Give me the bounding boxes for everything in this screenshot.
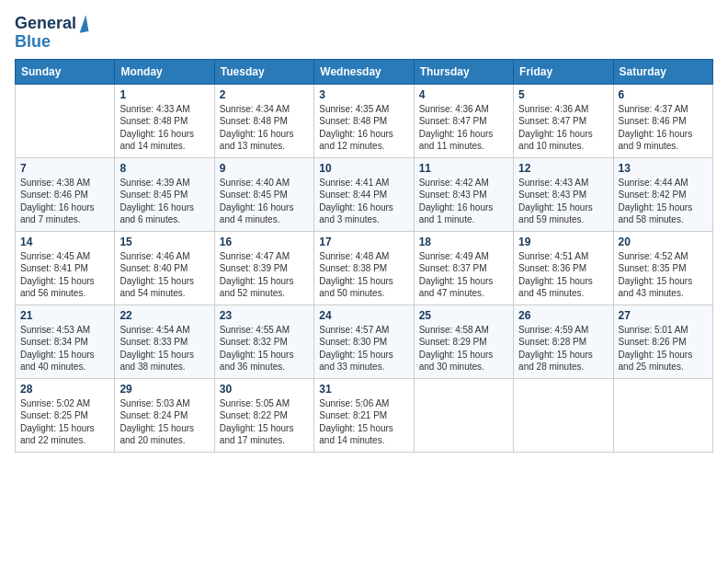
logo-text-blue: Blue (15, 33, 51, 52)
cell-content: Sunrise: 4:46 AM Sunset: 8:40 PM Dayligh… (119, 250, 209, 300)
cell-content: Sunrise: 5:02 AM Sunset: 8:25 PM Dayligh… (20, 397, 109, 447)
cell-content: Sunrise: 4:53 AM Sunset: 8:34 PM Dayligh… (20, 324, 109, 373)
week-row-2: 7Sunrise: 4:38 AM Sunset: 8:46 PM Daylig… (16, 157, 713, 231)
calendar-body: 1Sunrise: 4:33 AM Sunset: 8:48 PM Daylig… (16, 84, 713, 452)
logo-text-general: General (15, 15, 76, 33)
calendar-cell: 5Sunrise: 4:36 AM Sunset: 8:47 PM Daylig… (514, 84, 613, 157)
cell-content: Sunrise: 4:42 AM Sunset: 8:43 PM Dayligh… (419, 177, 508, 226)
cell-content: Sunrise: 5:06 AM Sunset: 8:21 PM Dayligh… (319, 397, 408, 447)
day-number: 23 (220, 309, 309, 322)
day-number: 7 (20, 162, 109, 175)
calendar-cell: 27Sunrise: 5:01 AM Sunset: 8:26 PM Dayli… (613, 304, 712, 378)
cell-content: Sunrise: 4:58 AM Sunset: 8:29 PM Dayligh… (419, 324, 508, 373)
cell-content: Sunrise: 4:57 AM Sunset: 8:30 PM Dayligh… (319, 324, 408, 373)
day-number: 21 (20, 309, 109, 322)
header-cell-friday: Friday (514, 59, 613, 84)
calendar-cell: 23Sunrise: 4:55 AM Sunset: 8:32 PM Dayli… (214, 304, 313, 378)
day-number: 27 (619, 309, 708, 322)
day-number: 29 (119, 383, 209, 396)
calendar-cell: 16Sunrise: 4:47 AM Sunset: 8:39 PM Dayli… (214, 231, 313, 304)
page-header: General Blue (15, 15, 713, 52)
calendar-header: SundayMondayTuesdayWednesdayThursdayFrid… (16, 59, 713, 84)
calendar-cell: 17Sunrise: 4:48 AM Sunset: 8:38 PM Dayli… (314, 231, 414, 304)
day-number: 25 (419, 309, 508, 322)
calendar-cell (16, 84, 115, 157)
day-number: 2 (220, 88, 309, 101)
cell-content: Sunrise: 4:34 AM Sunset: 8:48 PM Dayligh… (220, 103, 309, 153)
calendar-cell: 28Sunrise: 5:02 AM Sunset: 8:25 PM Dayli… (16, 378, 115, 452)
calendar-cell: 15Sunrise: 4:46 AM Sunset: 8:40 PM Dayli… (115, 231, 214, 304)
cell-content: Sunrise: 4:37 AM Sunset: 8:46 PM Dayligh… (619, 103, 708, 153)
calendar-cell: 20Sunrise: 4:52 AM Sunset: 8:35 PM Dayli… (613, 231, 712, 304)
calendar-cell: 30Sunrise: 5:05 AM Sunset: 8:22 PM Dayli… (214, 378, 313, 452)
calendar-cell: 21Sunrise: 4:53 AM Sunset: 8:34 PM Dayli… (16, 304, 115, 378)
calendar-cell: 11Sunrise: 4:42 AM Sunset: 8:43 PM Dayli… (414, 157, 513, 231)
calendar-cell: 26Sunrise: 4:59 AM Sunset: 8:28 PM Dayli… (514, 304, 613, 378)
week-row-5: 28Sunrise: 5:02 AM Sunset: 8:25 PM Dayli… (16, 378, 713, 452)
day-number: 4 (419, 88, 508, 101)
cell-content: Sunrise: 4:47 AM Sunset: 8:39 PM Dayligh… (220, 250, 309, 300)
header-cell-wednesday: Wednesday (314, 59, 414, 84)
day-number: 5 (518, 88, 608, 101)
day-number: 10 (319, 162, 408, 175)
cell-content: Sunrise: 4:36 AM Sunset: 8:47 PM Dayligh… (518, 103, 608, 153)
calendar-cell: 14Sunrise: 4:45 AM Sunset: 8:41 PM Dayli… (16, 231, 115, 304)
day-number: 11 (419, 162, 508, 175)
day-number: 30 (220, 383, 309, 396)
header-cell-thursday: Thursday (414, 59, 513, 84)
day-number: 3 (319, 88, 408, 101)
day-number: 8 (119, 162, 209, 175)
calendar-cell: 19Sunrise: 4:51 AM Sunset: 8:36 PM Dayli… (514, 231, 613, 304)
cell-content: Sunrise: 4:35 AM Sunset: 8:48 PM Dayligh… (319, 103, 408, 153)
cell-content: Sunrise: 4:40 AM Sunset: 8:45 PM Dayligh… (220, 177, 309, 226)
calendar-cell: 10Sunrise: 4:41 AM Sunset: 8:44 PM Dayli… (314, 157, 414, 231)
day-number: 14 (20, 236, 109, 248)
calendar-cell: 8Sunrise: 4:39 AM Sunset: 8:45 PM Daylig… (115, 157, 214, 231)
logo-arrow-icon (77, 15, 89, 32)
calendar-cell (514, 378, 613, 452)
logo: General Blue (15, 15, 87, 52)
calendar-cell: 6Sunrise: 4:37 AM Sunset: 8:46 PM Daylig… (613, 84, 712, 157)
day-number: 22 (119, 309, 209, 322)
day-number: 12 (518, 162, 608, 175)
calendar-cell: 18Sunrise: 4:49 AM Sunset: 8:37 PM Dayli… (414, 231, 513, 304)
day-number: 31 (319, 383, 408, 396)
cell-content: Sunrise: 4:48 AM Sunset: 8:38 PM Dayligh… (319, 250, 408, 300)
week-row-1: 1Sunrise: 4:33 AM Sunset: 8:48 PM Daylig… (16, 84, 713, 157)
week-row-3: 14Sunrise: 4:45 AM Sunset: 8:41 PM Dayli… (16, 231, 713, 304)
day-number: 13 (619, 162, 708, 175)
calendar-cell: 24Sunrise: 4:57 AM Sunset: 8:30 PM Dayli… (314, 304, 414, 378)
calendar-cell: 1Sunrise: 4:33 AM Sunset: 8:48 PM Daylig… (115, 84, 214, 157)
calendar-cell: 9Sunrise: 4:40 AM Sunset: 8:45 PM Daylig… (214, 157, 313, 231)
day-number: 1 (119, 88, 209, 101)
calendar-cell: 12Sunrise: 4:43 AM Sunset: 8:43 PM Dayli… (514, 157, 613, 231)
header-row: SundayMondayTuesdayWednesdayThursdayFrid… (16, 59, 713, 84)
day-number: 16 (220, 236, 309, 248)
calendar-cell: 29Sunrise: 5:03 AM Sunset: 8:24 PM Dayli… (115, 378, 214, 452)
calendar-table: SundayMondayTuesdayWednesdayThursdayFrid… (15, 59, 713, 453)
day-number: 18 (419, 236, 508, 248)
day-number: 19 (518, 236, 608, 248)
cell-content: Sunrise: 5:01 AM Sunset: 8:26 PM Dayligh… (619, 324, 708, 373)
day-number: 26 (518, 309, 608, 322)
cell-content: Sunrise: 4:55 AM Sunset: 8:32 PM Dayligh… (220, 324, 309, 373)
header-cell-saturday: Saturday (613, 59, 712, 84)
cell-content: Sunrise: 4:43 AM Sunset: 8:43 PM Dayligh… (518, 177, 608, 226)
calendar-cell: 3Sunrise: 4:35 AM Sunset: 8:48 PM Daylig… (314, 84, 414, 157)
day-number: 9 (220, 162, 309, 175)
day-number: 20 (619, 236, 708, 248)
cell-content: Sunrise: 4:52 AM Sunset: 8:35 PM Dayligh… (619, 250, 708, 300)
calendar-cell: 2Sunrise: 4:34 AM Sunset: 8:48 PM Daylig… (214, 84, 313, 157)
cell-content: Sunrise: 4:51 AM Sunset: 8:36 PM Dayligh… (518, 250, 608, 300)
calendar-cell: 22Sunrise: 4:54 AM Sunset: 8:33 PM Dayli… (115, 304, 214, 378)
calendar-cell: 31Sunrise: 5:06 AM Sunset: 8:21 PM Dayli… (314, 378, 414, 452)
calendar-cell: 4Sunrise: 4:36 AM Sunset: 8:47 PM Daylig… (414, 84, 513, 157)
cell-content: Sunrise: 4:39 AM Sunset: 8:45 PM Dayligh… (119, 177, 209, 226)
calendar-cell (613, 378, 712, 452)
calendar-cell: 25Sunrise: 4:58 AM Sunset: 8:29 PM Dayli… (414, 304, 513, 378)
cell-content: Sunrise: 4:33 AM Sunset: 8:48 PM Dayligh… (119, 103, 209, 153)
header-cell-tuesday: Tuesday (214, 59, 313, 84)
cell-content: Sunrise: 4:59 AM Sunset: 8:28 PM Dayligh… (518, 324, 608, 373)
cell-content: Sunrise: 4:36 AM Sunset: 8:47 PM Dayligh… (419, 103, 508, 153)
week-row-4: 21Sunrise: 4:53 AM Sunset: 8:34 PM Dayli… (16, 304, 713, 378)
